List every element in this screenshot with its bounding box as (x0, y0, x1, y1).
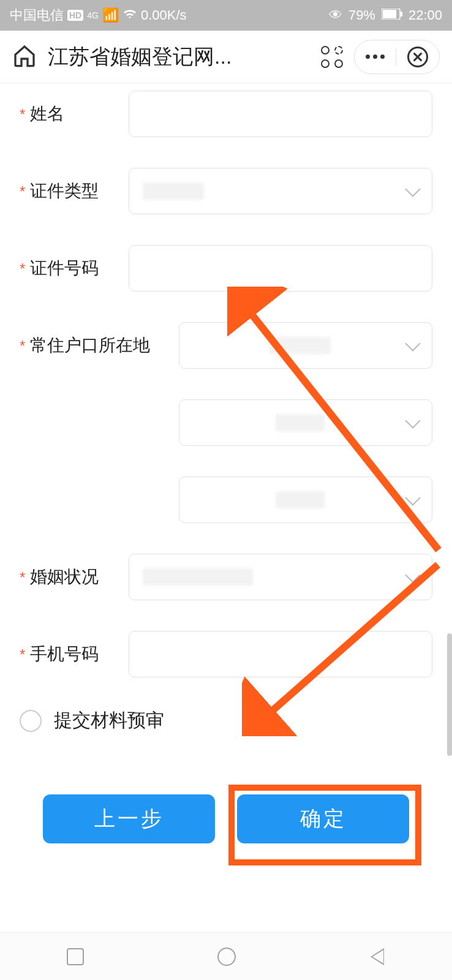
app-bar: 江苏省婚姻登记网... (0, 31, 452, 83)
residence-city-select[interactable] (179, 399, 432, 446)
id-type-label: 证件类型 (30, 179, 99, 203)
field-name: *姓名 (20, 91, 432, 137)
phone-label: 手机号码 (30, 643, 99, 666)
signal-4g-icon: 4G (87, 10, 99, 20)
id-number-input[interactable] (129, 245, 432, 292)
field-residence-city (20, 399, 432, 446)
chevron-down-icon (405, 413, 420, 428)
carrier-label: 中国电信 (10, 6, 64, 24)
blurred-value (269, 337, 331, 354)
marital-status-label: 婚姻状况 (30, 565, 99, 589)
blurred-value (276, 491, 325, 508)
nav-home-icon[interactable] (217, 948, 236, 966)
pre-review-label: 提交材料预审 (54, 708, 164, 733)
required-marker: * (20, 569, 25, 586)
capsule-menu (354, 40, 440, 74)
id-type-select[interactable] (129, 168, 432, 214)
required-marker: * (20, 183, 25, 200)
pre-review-checkbox-row[interactable]: 提交材料预审 (0, 708, 452, 733)
field-id-number: *证件号码 (20, 245, 432, 292)
field-id-type: *证件类型 (20, 168, 432, 214)
battery-icon (382, 7, 402, 23)
status-bar: 中国电信 HD 4G 📶 0.00K/s 👁 79% 22:00 (0, 0, 452, 31)
blurred-value (143, 568, 253, 586)
form: *姓名 *证件类型 *证件号码 *常住户口所在地 *婚姻状况 (0, 83, 452, 677)
required-marker: * (20, 260, 25, 277)
radio-icon[interactable] (20, 710, 42, 732)
time-label: 22:00 (409, 7, 442, 23)
divider (396, 48, 396, 66)
id-number-label: 证件号码 (30, 257, 99, 280)
nav-back-icon[interactable] (369, 947, 385, 967)
confirm-button[interactable]: 确定 (237, 794, 409, 843)
eye-icon: 👁 (329, 7, 342, 23)
prev-button[interactable]: 上一步 (43, 794, 215, 843)
more-icon[interactable] (366, 55, 385, 59)
residence-district-select[interactable] (179, 477, 432, 523)
chevron-down-icon (405, 567, 420, 582)
name-input[interactable] (129, 91, 432, 137)
button-row: 上一步 确定 (0, 794, 452, 843)
miniprogram-menu-icon[interactable] (321, 46, 343, 68)
blurred-value (143, 183, 204, 200)
required-marker: * (20, 646, 25, 663)
chevron-down-icon (405, 181, 420, 197)
wifi-icon (122, 7, 137, 23)
chevron-down-icon (405, 490, 420, 505)
close-icon[interactable] (407, 47, 428, 67)
field-residence: *常住户口所在地 (20, 322, 432, 369)
system-nav-bar (0, 932, 452, 980)
field-residence-district (20, 477, 432, 523)
page-title: 江苏省婚姻登记网... (48, 43, 310, 71)
hd-badge: HD (67, 10, 83, 21)
signal-icon: 📶 (102, 7, 119, 23)
field-marital-status: *婚姻状况 (20, 554, 432, 600)
svg-rect-1 (383, 10, 396, 18)
chevron-down-icon (405, 336, 420, 351)
field-phone: *手机号码 (20, 631, 432, 677)
residence-province-select[interactable] (179, 322, 432, 369)
net-speed-label: 0.00K/s (141, 7, 187, 23)
scroll-indicator[interactable] (447, 633, 452, 756)
blurred-value (276, 414, 325, 431)
phone-input[interactable] (129, 631, 432, 677)
name-label: 姓名 (30, 102, 64, 126)
required-marker: * (20, 337, 25, 355)
nav-recent-icon[interactable] (67, 948, 84, 965)
marital-status-select[interactable] (129, 554, 432, 600)
home-icon[interactable] (12, 43, 37, 70)
svg-rect-2 (401, 12, 402, 17)
residence-label: 常住户口所在地 (30, 334, 150, 357)
battery-pct-label: 79% (348, 7, 375, 23)
required-marker: * (20, 106, 25, 123)
